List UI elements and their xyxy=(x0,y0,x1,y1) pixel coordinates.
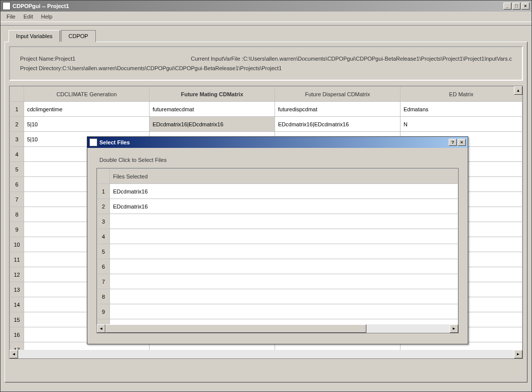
cell[interactable]: EDcdmatrix16|EDcdmatrix16 xyxy=(150,117,275,132)
table-row[interactable]: 25|10EDcdmatrix16|EDcdmatrix16EDcdmatrix… xyxy=(10,117,522,132)
menubar: File Edit Help xyxy=(1,12,531,22)
cell[interactable] xyxy=(110,214,458,229)
row-number[interactable]: 6 xyxy=(97,259,110,274)
row-number[interactable]: 12 xyxy=(10,267,24,282)
table-row[interactable]: 2EDcdmatrix16 xyxy=(97,199,458,214)
row-number[interactable]: 9 xyxy=(10,222,24,237)
cell[interactable] xyxy=(110,229,458,244)
cell[interactable] xyxy=(110,274,458,289)
hscroll[interactable]: ◄ ► xyxy=(10,350,522,358)
project-name-value: Project1 xyxy=(55,56,75,62)
table-row[interactable]: 4 xyxy=(97,229,458,244)
row-number[interactable]: 10 xyxy=(10,237,24,252)
row-number[interactable]: 3 xyxy=(10,132,24,147)
col-future-dispersal[interactable]: Future Dispersal CDMatrix xyxy=(275,87,401,102)
row-number[interactable]: 1 xyxy=(10,102,24,117)
toolbar-grip xyxy=(1,22,531,26)
cell[interactable]: N xyxy=(401,117,522,132)
files-grid[interactable]: Files Selected 1EDcdmatrix162EDcdmatrix1… xyxy=(96,168,459,333)
row-number[interactable]: 11 xyxy=(10,252,24,267)
row-number[interactable]: 14 xyxy=(10,297,24,312)
dialog-hscroll-right-icon[interactable]: ► xyxy=(450,324,458,333)
row-number[interactable]: 9 xyxy=(97,304,110,319)
vscroll-up-icon[interactable]: ▲ xyxy=(514,86,522,95)
cell[interactable]: EDcdmatrix16 xyxy=(110,199,458,214)
dialog-instruction: Double Click to Select Files xyxy=(99,157,459,163)
project-name-label: Project Name: xyxy=(20,56,55,62)
tab-input-variables[interactable]: Input Variables xyxy=(9,30,60,42)
cell[interactable] xyxy=(110,259,458,274)
table-row[interactable]: 1EDcdmatrix16 xyxy=(97,184,458,199)
row-number[interactable]: 5 xyxy=(10,162,24,177)
row-number[interactable]: 7 xyxy=(10,192,24,207)
col-ed-matrix[interactable]: ED Matrix xyxy=(401,87,522,102)
cell[interactable] xyxy=(110,289,458,304)
table-row[interactable]: 1cdclimgentimefuturematecdmatfuturedispc… xyxy=(10,102,522,117)
project-dir-label: Project Directory: xyxy=(20,65,62,71)
table-row[interactable]: 5 xyxy=(97,244,458,259)
dialog-hscroll-track[interactable] xyxy=(366,324,450,333)
dialog-icon: ▦ xyxy=(89,138,97,146)
project-info-box: Project Name: Project1 Current InputVarF… xyxy=(9,46,523,81)
inputvar-label: Current InputVarFile : xyxy=(191,56,243,62)
hscroll-left-icon[interactable]: ◄ xyxy=(10,350,18,358)
grid-corner[interactable] xyxy=(10,87,24,102)
dialog-title: Select Files xyxy=(99,139,449,145)
inputvar-value: C:\Users\allen.warren\Documents\CDPOPgui… xyxy=(243,56,512,62)
row-number[interactable]: 7 xyxy=(97,274,110,289)
app-icon: ▦ xyxy=(3,2,11,10)
table-row[interactable]: 6 xyxy=(97,259,458,274)
menu-file[interactable]: File xyxy=(3,13,20,21)
hscroll-track[interactable] xyxy=(18,350,514,358)
table-row[interactable]: 7 xyxy=(97,274,458,289)
table-row[interactable]: 3 xyxy=(97,214,458,229)
col-future-mating[interactable]: Future Mating CDMatrix xyxy=(150,87,275,102)
cell[interactable]: EDcdmatrix16 xyxy=(110,184,458,199)
table-row[interactable]: 9 xyxy=(97,304,458,319)
cell[interactable]: Edmatans xyxy=(401,102,522,117)
menu-edit[interactable]: Edit xyxy=(20,13,37,21)
cell[interactable]: futurematecdmat xyxy=(150,102,275,117)
tab-strip: Input Variables CDPOP xyxy=(9,30,527,42)
row-number[interactable]: 3 xyxy=(97,214,110,229)
row-number[interactable]: 4 xyxy=(10,147,24,162)
minimize-button[interactable]: _ xyxy=(503,3,511,10)
window-title: CDPOPgui -- Project1 xyxy=(13,3,503,9)
row-number[interactable]: 6 xyxy=(10,177,24,192)
cell[interactable]: EDcdmatrix16|EDcdmatrix16 xyxy=(275,117,401,132)
dialog-hscroll[interactable]: ◄ ► xyxy=(97,324,458,333)
row-number[interactable]: 5 xyxy=(97,244,110,259)
close-button[interactable]: × xyxy=(521,3,529,10)
row-number[interactable]: 8 xyxy=(97,289,110,304)
row-number[interactable]: 13 xyxy=(10,282,24,297)
col-files-selected[interactable]: Files Selected xyxy=(110,169,458,184)
dialog-titlebar[interactable]: ▦ Select Files ? × xyxy=(87,137,468,148)
menu-help[interactable]: Help xyxy=(37,13,57,21)
row-number[interactable]: 15 xyxy=(10,312,24,327)
files-grid-corner[interactable] xyxy=(97,169,110,184)
project-dir-value: C:\Users\allen.warren\Documents\CDPOPgui… xyxy=(62,65,282,71)
maximize-button[interactable]: □ xyxy=(512,3,520,10)
row-number[interactable]: 2 xyxy=(97,199,110,214)
row-number[interactable]: 2 xyxy=(10,117,24,132)
col-cdclimate[interactable]: CDCLIMATE Generation xyxy=(24,87,150,102)
cell[interactable]: 5|10 xyxy=(24,117,150,132)
row-number[interactable]: 16 xyxy=(10,327,24,342)
dialog-hscroll-thumb[interactable] xyxy=(105,324,366,333)
cell[interactable] xyxy=(110,304,458,319)
hscroll-right-icon[interactable]: ► xyxy=(514,350,522,358)
dialog-hscroll-left-icon[interactable]: ◄ xyxy=(97,324,105,333)
cell[interactable] xyxy=(110,244,458,259)
select-files-dialog: ▦ Select Files ? × Double Click to Selec… xyxy=(87,136,468,344)
row-number[interactable]: 1 xyxy=(97,184,110,199)
tab-cdpop[interactable]: CDPOP xyxy=(61,30,96,42)
cell[interactable]: cdclimgentime xyxy=(24,102,150,117)
row-number[interactable]: 4 xyxy=(97,229,110,244)
cell[interactable]: futuredispcdmat xyxy=(275,102,401,117)
titlebar[interactable]: ▦ CDPOPgui -- Project1 _ □ × xyxy=(1,1,531,12)
dialog-close-button[interactable]: × xyxy=(458,139,466,146)
dialog-help-button[interactable]: ? xyxy=(449,139,457,146)
table-row[interactable]: 8 xyxy=(97,289,458,304)
row-number[interactable]: 8 xyxy=(10,207,24,222)
